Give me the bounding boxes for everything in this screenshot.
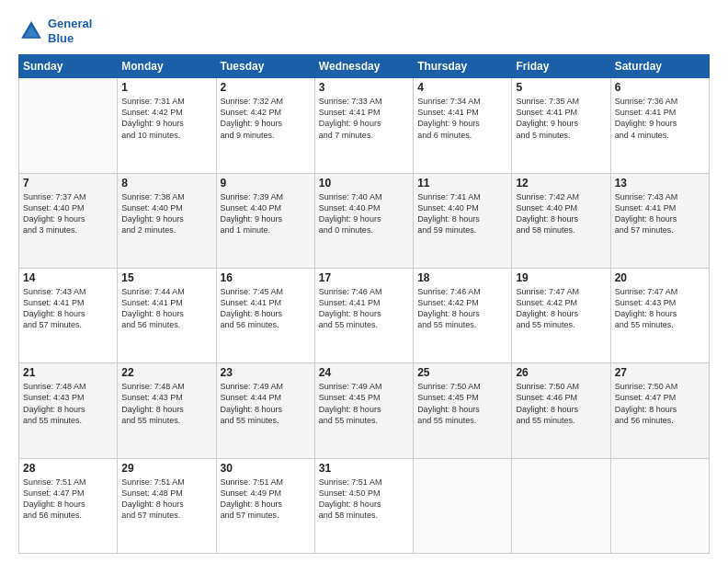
calendar-cell: 5Sunrise: 7:35 AM Sunset: 4:41 PM Daylig…	[512, 78, 610, 173]
calendar-cell: 2Sunrise: 7:32 AM Sunset: 4:42 PM Daylig…	[216, 78, 314, 173]
day-number: 27	[615, 366, 705, 379]
day-number: 3	[319, 81, 409, 94]
calendar-cell: 27Sunrise: 7:50 AM Sunset: 4:47 PM Dayli…	[610, 363, 709, 458]
cell-info: Sunrise: 7:31 AM Sunset: 4:42 PM Dayligh…	[121, 96, 211, 141]
cell-info: Sunrise: 7:36 AM Sunset: 4:41 PM Dayligh…	[615, 96, 705, 141]
day-number: 26	[516, 366, 606, 379]
logo-text: General Blue	[48, 17, 92, 45]
cell-info: Sunrise: 7:40 AM Sunset: 4:40 PM Dayligh…	[319, 191, 409, 236]
calendar-cell: 4Sunrise: 7:34 AM Sunset: 4:41 PM Daylig…	[414, 78, 512, 173]
day-number: 7	[23, 177, 113, 190]
day-number: 30	[221, 462, 311, 475]
logo-icon	[18, 18, 44, 44]
calendar-cell: 21Sunrise: 7:48 AM Sunset: 4:43 PM Dayli…	[19, 363, 118, 458]
cell-info: Sunrise: 7:37 AM Sunset: 4:40 PM Dayligh…	[23, 191, 113, 236]
header: General Blue	[18, 17, 710, 45]
col-header-sunday: Sunday	[19, 55, 118, 78]
col-header-wednesday: Wednesday	[314, 55, 413, 78]
calendar-cell: 30Sunrise: 7:51 AM Sunset: 4:49 PM Dayli…	[216, 458, 314, 553]
day-number: 29	[121, 462, 211, 475]
cell-info: Sunrise: 7:46 AM Sunset: 4:42 PM Dayligh…	[417, 286, 507, 331]
day-number: 15	[121, 271, 211, 284]
day-number: 16	[221, 271, 311, 284]
calendar-cell: 12Sunrise: 7:42 AM Sunset: 4:40 PM Dayli…	[512, 173, 610, 268]
calendar-cell: 28Sunrise: 7:51 AM Sunset: 4:47 PM Dayli…	[19, 458, 118, 553]
calendar-cell: 10Sunrise: 7:40 AM Sunset: 4:40 PM Dayli…	[314, 173, 413, 268]
calendar-cell	[414, 458, 512, 553]
cell-info: Sunrise: 7:34 AM Sunset: 4:41 PM Dayligh…	[417, 96, 507, 141]
calendar-cell	[512, 458, 610, 553]
cell-info: Sunrise: 7:49 AM Sunset: 4:44 PM Dayligh…	[221, 381, 311, 426]
day-number: 20	[615, 271, 705, 284]
day-number: 18	[417, 271, 507, 284]
day-number: 8	[121, 177, 211, 190]
col-header-thursday: Thursday	[414, 55, 512, 78]
day-number: 14	[23, 271, 113, 284]
day-number: 10	[319, 177, 409, 190]
day-number: 2	[221, 81, 311, 94]
cell-info: Sunrise: 7:50 AM Sunset: 4:47 PM Dayligh…	[615, 381, 705, 426]
cell-info: Sunrise: 7:43 AM Sunset: 4:41 PM Dayligh…	[615, 191, 705, 236]
calendar-cell: 6Sunrise: 7:36 AM Sunset: 4:41 PM Daylig…	[610, 78, 709, 173]
cell-info: Sunrise: 7:44 AM Sunset: 4:41 PM Dayligh…	[121, 286, 211, 331]
calendar-cell: 20Sunrise: 7:47 AM Sunset: 4:43 PM Dayli…	[610, 268, 709, 362]
calendar-table: SundayMondayTuesdayWednesdayThursdayFrid…	[18, 54, 710, 554]
calendar-cell: 24Sunrise: 7:49 AM Sunset: 4:45 PM Dayli…	[314, 363, 413, 458]
logo: General Blue	[18, 17, 92, 45]
cell-info: Sunrise: 7:43 AM Sunset: 4:41 PM Dayligh…	[23, 286, 113, 331]
calendar-cell: 7Sunrise: 7:37 AM Sunset: 4:40 PM Daylig…	[19, 173, 118, 268]
day-number: 24	[319, 366, 409, 379]
day-number: 5	[516, 81, 606, 94]
cell-info: Sunrise: 7:51 AM Sunset: 4:48 PM Dayligh…	[121, 477, 211, 522]
calendar-cell: 22Sunrise: 7:48 AM Sunset: 4:43 PM Dayli…	[118, 363, 216, 458]
cell-info: Sunrise: 7:45 AM Sunset: 4:41 PM Dayligh…	[221, 286, 311, 331]
day-number: 9	[221, 177, 311, 190]
calendar-cell: 15Sunrise: 7:44 AM Sunset: 4:41 PM Dayli…	[118, 268, 216, 362]
col-header-monday: Monday	[118, 55, 216, 78]
day-number: 23	[221, 366, 311, 379]
cell-info: Sunrise: 7:41 AM Sunset: 4:40 PM Dayligh…	[417, 191, 507, 236]
calendar-cell: 17Sunrise: 7:46 AM Sunset: 4:41 PM Dayli…	[314, 268, 413, 362]
calendar-cell: 11Sunrise: 7:41 AM Sunset: 4:40 PM Dayli…	[414, 173, 512, 268]
cell-info: Sunrise: 7:48 AM Sunset: 4:43 PM Dayligh…	[121, 381, 211, 426]
cell-info: Sunrise: 7:46 AM Sunset: 4:41 PM Dayligh…	[319, 286, 409, 331]
calendar-cell: 14Sunrise: 7:43 AM Sunset: 4:41 PM Dayli…	[19, 268, 118, 362]
cell-info: Sunrise: 7:51 AM Sunset: 4:49 PM Dayligh…	[221, 477, 311, 522]
calendar-cell: 18Sunrise: 7:46 AM Sunset: 4:42 PM Dayli…	[414, 268, 512, 362]
calendar-cell: 1Sunrise: 7:31 AM Sunset: 4:42 PM Daylig…	[118, 78, 216, 173]
calendar-cell: 8Sunrise: 7:38 AM Sunset: 4:40 PM Daylig…	[118, 173, 216, 268]
day-number: 28	[23, 462, 113, 475]
col-header-friday: Friday	[512, 55, 610, 78]
calendar-cell: 13Sunrise: 7:43 AM Sunset: 4:41 PM Dayli…	[610, 173, 709, 268]
calendar-cell: 26Sunrise: 7:50 AM Sunset: 4:46 PM Dayli…	[512, 363, 610, 458]
day-number: 17	[319, 271, 409, 284]
calendar-cell: 19Sunrise: 7:47 AM Sunset: 4:42 PM Dayli…	[512, 268, 610, 362]
cell-info: Sunrise: 7:51 AM Sunset: 4:47 PM Dayligh…	[23, 477, 113, 522]
day-number: 12	[516, 177, 606, 190]
cell-info: Sunrise: 7:49 AM Sunset: 4:45 PM Dayligh…	[319, 381, 409, 426]
calendar-cell: 23Sunrise: 7:49 AM Sunset: 4:44 PM Dayli…	[216, 363, 314, 458]
calendar-cell	[19, 78, 118, 173]
calendar-cell: 31Sunrise: 7:51 AM Sunset: 4:50 PM Dayli…	[314, 458, 413, 553]
day-number: 13	[615, 177, 705, 190]
calendar-cell	[610, 458, 709, 553]
day-number: 11	[417, 177, 507, 190]
day-number: 6	[615, 81, 705, 94]
cell-info: Sunrise: 7:38 AM Sunset: 4:40 PM Dayligh…	[121, 191, 211, 236]
cell-info: Sunrise: 7:48 AM Sunset: 4:43 PM Dayligh…	[23, 381, 113, 426]
cell-info: Sunrise: 7:32 AM Sunset: 4:42 PM Dayligh…	[221, 96, 311, 141]
day-number: 1	[121, 81, 211, 94]
day-number: 21	[23, 366, 113, 379]
day-number: 19	[516, 271, 606, 284]
calendar-cell: 29Sunrise: 7:51 AM Sunset: 4:48 PM Dayli…	[118, 458, 216, 553]
calendar-cell: 16Sunrise: 7:45 AM Sunset: 4:41 PM Dayli…	[216, 268, 314, 362]
cell-info: Sunrise: 7:50 AM Sunset: 4:45 PM Dayligh…	[417, 381, 507, 426]
cell-info: Sunrise: 7:50 AM Sunset: 4:46 PM Dayligh…	[516, 381, 606, 426]
cell-info: Sunrise: 7:51 AM Sunset: 4:50 PM Dayligh…	[319, 477, 409, 522]
page: General Blue SundayMondayTuesdayWednesda…	[0, 0, 728, 563]
day-number: 4	[417, 81, 507, 94]
cell-info: Sunrise: 7:47 AM Sunset: 4:42 PM Dayligh…	[516, 286, 606, 331]
calendar-cell: 9Sunrise: 7:39 AM Sunset: 4:40 PM Daylig…	[216, 173, 314, 268]
cell-info: Sunrise: 7:42 AM Sunset: 4:40 PM Dayligh…	[516, 191, 606, 236]
day-number: 25	[417, 366, 507, 379]
